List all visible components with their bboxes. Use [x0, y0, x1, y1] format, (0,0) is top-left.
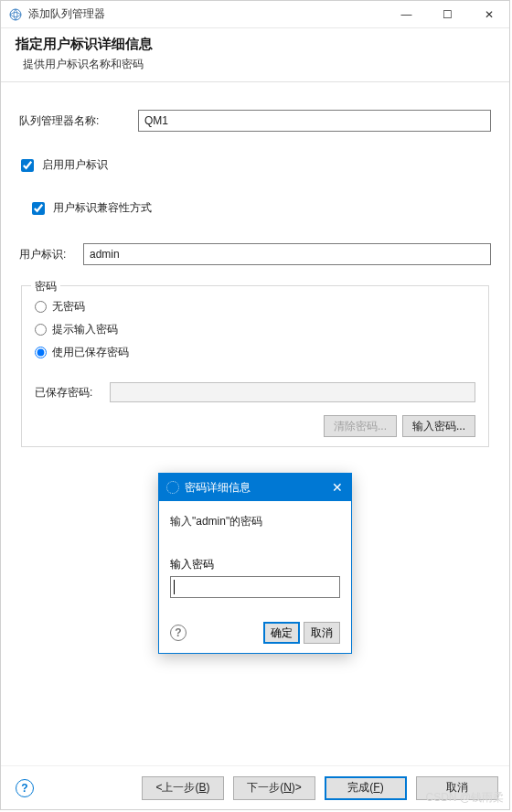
dialog-close-button[interactable]: ✕	[324, 474, 351, 501]
password-group: 密码 无密码 提示输入密码 使用已保存密码 已保存密码: 清除密码... 输入密…	[21, 285, 489, 447]
dialog-input-label: 输入密码	[170, 557, 340, 572]
app-icon	[8, 7, 23, 22]
radio-saved[interactable]	[35, 347, 47, 358]
saved-pw-field	[110, 382, 475, 402]
input-password-button[interactable]: 输入密码...	[402, 415, 475, 437]
page-subtitle: 提供用户标识名称和密码	[16, 57, 495, 72]
saved-pw-label: 已保存密码:	[35, 385, 110, 401]
radio-saved-row: 使用已保存密码	[35, 345, 475, 360]
help-button[interactable]: ?	[16, 779, 34, 797]
svg-point-0	[10, 9, 21, 20]
page-title: 指定用户标识详细信息	[16, 36, 495, 53]
finish-button[interactable]: 完成(F)	[325, 776, 407, 800]
window-title: 添加队列管理器	[28, 6, 386, 22]
dialog-password-input[interactable]	[171, 577, 339, 597]
radio-none[interactable]	[35, 301, 47, 313]
enable-userid-row: 启用用户标识	[10, 157, 500, 173]
dialog-icon	[166, 481, 179, 494]
text-caret	[174, 580, 175, 594]
qm-name-row: 队列管理器名称:	[10, 110, 500, 132]
radio-prompt[interactable]	[35, 324, 47, 336]
qm-name-field[interactable]	[138, 110, 491, 132]
titlebar: 添加队列管理器 — ☐ ✕	[1, 1, 509, 28]
userid-row: 用户标识:	[10, 243, 500, 265]
dialog-input-wrap	[170, 576, 340, 598]
radio-prompt-label: 提示输入密码	[52, 322, 118, 337]
close-button[interactable]: ✕	[468, 1, 509, 27]
wizard-button-bar: ? <上一步(B) 下一步(N)> 完成(F) 取消	[1, 765, 509, 809]
userid-label: 用户标识:	[19, 247, 83, 262]
content-area: 队列管理器名称: 启用用户标识 用户标识兼容性方式 用户标识: 密码 无密码 提…	[1, 82, 509, 447]
next-button[interactable]: 下一步(N)>	[233, 776, 315, 800]
enable-userid-checkbox[interactable]	[21, 159, 34, 172]
wizard-header: 指定用户标识详细信息 提供用户标识名称和密码	[1, 28, 509, 82]
main-window: 添加队列管理器 — ☐ ✕ 指定用户标识详细信息 提供用户标识名称和密码 队列管…	[0, 0, 510, 810]
dialog-title: 密码详细信息	[185, 480, 251, 496]
dialog-titlebar: 密码详细信息 ✕	[159, 474, 351, 501]
dialog-ok-button[interactable]: 确定	[263, 622, 300, 644]
dialog-cancel-button[interactable]: 取消	[304, 622, 340, 644]
radio-none-label: 无密码	[52, 299, 85, 315]
password-group-title: 密码	[31, 279, 60, 294]
radio-saved-label: 使用已保存密码	[52, 345, 129, 360]
dialog-body: 输入"admin"的密码 输入密码 ? 确定 取消	[159, 501, 351, 653]
userid-compat-row: 用户标识兼容性方式	[10, 200, 500, 216]
radio-none-row: 无密码	[35, 299, 475, 315]
enable-userid-label: 启用用户标识	[42, 158, 108, 171]
dialog-help-button[interactable]: ?	[170, 625, 187, 641]
userid-field[interactable]	[83, 243, 491, 265]
back-button[interactable]: <上一步(B)	[142, 776, 224, 800]
radio-prompt-row: 提示输入密码	[35, 322, 475, 337]
clear-password-button[interactable]: 清除密码...	[324, 415, 397, 437]
maximize-button[interactable]: ☐	[427, 1, 468, 27]
window-buttons: — ☐ ✕	[386, 1, 509, 27]
cancel-button[interactable]: 取消	[416, 776, 498, 800]
saved-pw-row: 已保存密码:	[35, 382, 475, 402]
qm-name-label: 队列管理器名称:	[19, 113, 138, 129]
password-group-buttons: 清除密码... 输入密码...	[35, 415, 475, 437]
minimize-button[interactable]: —	[386, 1, 427, 27]
password-dialog: 密码详细信息 ✕ 输入"admin"的密码 输入密码 ? 确定 取消	[158, 473, 352, 654]
userid-compat-checkbox[interactable]	[32, 202, 45, 215]
userid-compat-label: 用户标识兼容性方式	[53, 201, 152, 214]
dialog-button-row: ? 确定 取消	[170, 622, 340, 644]
dialog-message: 输入"admin"的密码	[170, 514, 340, 529]
